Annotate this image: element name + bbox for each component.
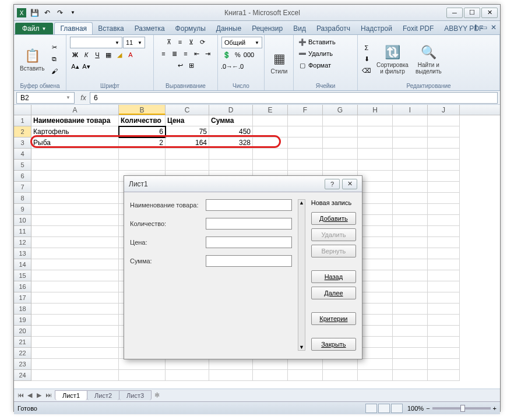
cell-A17[interactable]	[31, 292, 119, 303]
cell-G23[interactable]	[323, 359, 358, 370]
cell-H1[interactable]	[358, 115, 393, 126]
row-header-11[interactable]: 11	[14, 226, 31, 237]
orientation-icon[interactable]: ⟳	[197, 37, 207, 47]
cell-E4[interactable]	[253, 149, 288, 160]
tab-data[interactable]: Данные	[211, 23, 247, 34]
cell-J15[interactable]	[428, 270, 460, 281]
find-select-button[interactable]: 🔍 Найти и выделить	[413, 43, 444, 76]
cell-J4[interactable]	[428, 149, 460, 160]
cell-H22[interactable]	[358, 348, 393, 359]
insert-cells-button[interactable]: ➕Вставить	[297, 37, 336, 47]
prev-button[interactable]: Назад	[311, 270, 356, 283]
cell-J8[interactable]	[428, 193, 460, 204]
cell-J1[interactable]	[428, 115, 460, 126]
cell-C4[interactable]	[166, 149, 209, 160]
col-header-A[interactable]: A	[31, 105, 119, 115]
cell-H12[interactable]	[358, 237, 393, 248]
cell-J9[interactable]	[428, 204, 460, 215]
page-layout-view-button[interactable]	[378, 404, 390, 413]
col-header-D[interactable]: D	[209, 105, 253, 115]
maximize-button[interactable]: ☐	[464, 8, 480, 18]
cell-I8[interactable]	[393, 193, 428, 204]
cell-J16[interactable]	[428, 281, 460, 292]
cell-D24[interactable]	[209, 370, 253, 381]
cell-F23[interactable]	[288, 359, 323, 370]
cell-F24[interactable]	[288, 370, 323, 381]
cell-A5[interactable]	[31, 160, 119, 171]
cell-I6[interactable]	[393, 171, 428, 182]
cell-J20[interactable]	[428, 326, 460, 337]
cell-B2[interactable]: 6	[119, 126, 166, 137]
zoom-in-button[interactable]: +	[493, 405, 497, 412]
cell-I18[interactable]	[393, 303, 428, 315]
cell-J7[interactable]	[428, 182, 460, 193]
cell-H10[interactable]	[358, 215, 393, 226]
tab-foxit[interactable]: Foxit PDF	[397, 23, 439, 34]
row-header-4[interactable]: 4	[14, 149, 31, 160]
fx-icon[interactable]: fx	[77, 94, 90, 102]
font-color-icon[interactable]: A	[125, 50, 136, 60]
col-header-H[interactable]: H	[358, 105, 393, 115]
ribbon-minimize-icon[interactable]: ▭	[481, 23, 487, 31]
file-tab[interactable]: Файл▼	[15, 23, 53, 34]
field-input-sum[interactable]	[206, 255, 292, 267]
qat-dropdown-icon[interactable]: ▼	[68, 8, 78, 18]
sheet-tab-3[interactable]: Лист3	[119, 390, 152, 400]
cell-E5[interactable]	[253, 160, 288, 171]
cell-I9[interactable]	[393, 204, 428, 215]
zoom-slider[interactable]	[432, 407, 491, 410]
col-header-B[interactable]: B	[119, 105, 166, 115]
cell-I7[interactable]	[393, 182, 428, 193]
close-button[interactable]: ✕	[481, 8, 498, 18]
cell-A22[interactable]	[31, 348, 119, 359]
cell-I11[interactable]	[393, 226, 428, 237]
cell-B24[interactable]	[119, 370, 166, 381]
col-header-E[interactable]: E	[253, 105, 288, 115]
row-header-1[interactable]: 1	[14, 115, 31, 126]
doc-close-icon[interactable]: ✕	[491, 23, 497, 31]
row-header-24[interactable]: 24	[14, 370, 31, 381]
cell-A12[interactable]	[31, 237, 119, 248]
minimize-button[interactable]: ─	[446, 8, 463, 18]
cell-A14[interactable]	[31, 259, 119, 270]
cell-D2[interactable]: 450	[209, 126, 253, 137]
tab-formulas[interactable]: Формулы	[170, 23, 211, 34]
delete-cells-button[interactable]: ➖Удалить	[297, 48, 333, 59]
row-header-6[interactable]: 6	[14, 171, 31, 182]
cell-A15[interactable]	[31, 270, 119, 281]
cell-H19[interactable]	[358, 315, 393, 326]
cell-H21[interactable]	[358, 337, 393, 348]
currency-icon[interactable]: 💲	[221, 50, 232, 60]
col-header-G[interactable]: G	[323, 105, 358, 115]
normal-view-button[interactable]	[365, 404, 377, 413]
restore-button[interactable]: Вернуть	[311, 245, 356, 257]
col-header-I[interactable]: I	[393, 105, 428, 115]
cell-A16[interactable]	[31, 281, 119, 292]
row-header-18[interactable]: 18	[14, 303, 31, 315]
cell-C2[interactable]: 75	[166, 126, 209, 137]
cell-J6[interactable]	[428, 171, 460, 182]
cut-icon[interactable]: ✂	[49, 43, 59, 53]
cell-J18[interactable]	[428, 303, 460, 315]
cell-J10[interactable]	[428, 215, 460, 226]
cell-C23[interactable]	[166, 359, 209, 370]
tab-view[interactable]: Вид	[288, 23, 311, 34]
cell-H6[interactable]	[358, 171, 393, 182]
row-header-21[interactable]: 21	[14, 337, 31, 348]
sheet-nav-prev-icon[interactable]: ◀	[26, 391, 34, 399]
font-name-combo[interactable]: ▼	[70, 37, 122, 48]
cell-H8[interactable]	[358, 193, 393, 204]
cell-G4[interactable]	[323, 149, 358, 160]
tab-layout[interactable]: Разметка	[129, 23, 170, 34]
cell-F1[interactable]	[288, 115, 323, 126]
criteria-button[interactable]: Критерии	[311, 312, 356, 325]
cell-E1[interactable]	[253, 115, 288, 126]
cell-I10[interactable]	[393, 215, 428, 226]
row-header-2[interactable]: 2	[14, 126, 31, 137]
row-header-20[interactable]: 20	[14, 326, 31, 337]
cell-F4[interactable]	[288, 149, 323, 160]
border-icon[interactable]: ▦	[103, 50, 114, 60]
cell-H11[interactable]	[358, 226, 393, 237]
sheet-nav-last-icon[interactable]: ⏭	[44, 391, 52, 399]
cell-A24[interactable]	[31, 370, 119, 381]
